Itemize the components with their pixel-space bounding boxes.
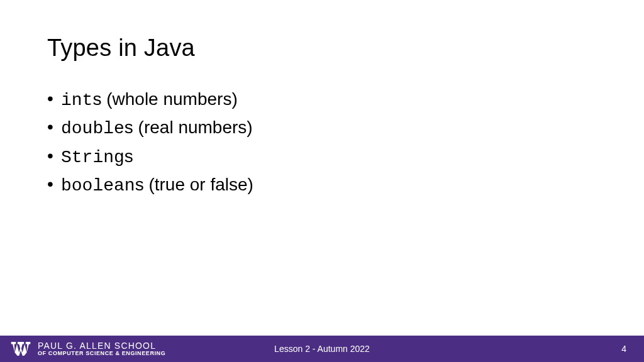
code-text: boolean (61, 176, 135, 195)
list-item: ints (whole numbers) (47, 85, 597, 114)
footer-lesson-label: Lesson 2 - Autumn 2022 (274, 344, 370, 354)
bullet-text: s (whole numbers) (92, 89, 237, 109)
code-text: int (61, 90, 92, 110)
code-text: String (61, 148, 125, 167)
list-item: Strings (47, 143, 597, 171)
bullet-text: s (125, 146, 133, 166)
bullet-list: ints (whole numbers) doubles (real numbe… (47, 85, 597, 200)
slide-title: Types in Java (47, 35, 597, 62)
school-name: PAUL G. ALLEN SCHOOL (38, 341, 165, 351)
bullet-text: s (real numbers) (125, 118, 253, 137)
uw-logo-icon (10, 340, 31, 358)
slide-body: Types in Java ints (whole numbers) doubl… (0, 0, 644, 200)
page-number: 4 (621, 344, 626, 354)
list-item: doubles (real numbers) (47, 114, 597, 142)
list-item: booleans (true or false) (47, 171, 597, 199)
slide-footer: PAUL G. ALLEN SCHOOL OF COMPUTER SCIENCE… (0, 336, 644, 362)
school-text: PAUL G. ALLEN SCHOOL OF COMPUTER SCIENCE… (38, 341, 165, 356)
bullet-text: s (true or false) (135, 175, 253, 194)
footer-logo: PAUL G. ALLEN SCHOOL OF COMPUTER SCIENCE… (0, 340, 165, 358)
school-dept: OF COMPUTER SCIENCE & ENGINEERING (38, 351, 165, 356)
code-text: double (61, 119, 125, 138)
